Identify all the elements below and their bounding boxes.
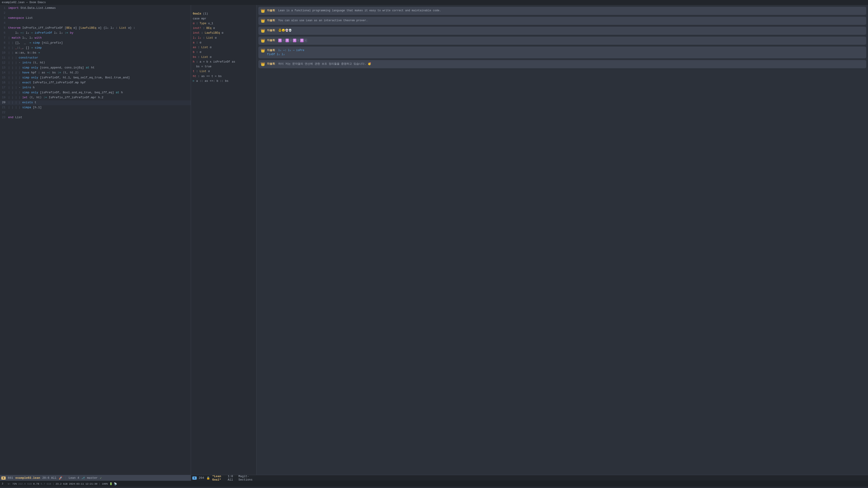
- modeline-line-count: 661: [8, 476, 13, 480]
- bottom-stats: W: 72% 222.6 GiB 0.78 5.7 GiB | 23.2 GiB…: [8, 482, 117, 485]
- chat-body-5: 차불휘 l₁ ↔: l₂ ↔ isPrefixOf l₁ l₂: [267, 48, 864, 57]
- modeline-position: 20:6 All: [42, 476, 56, 480]
- code-line-9: 9 | | _::_, [] ⇒ simp: [0, 46, 191, 51]
- goals-line-count: 204: [199, 476, 204, 480]
- goals-pane: Goals (1) case mpr α : Type u_1 inst¹ : …: [191, 5, 256, 475]
- chat-text-1: Lean is a functional programming languag…: [278, 9, 441, 12]
- modeline-filename: example02.lean: [16, 476, 40, 480]
- chat-message-5: 👑 차불휘 l₁ ↔: l₂ ↔ isPrefixOf l₁ l₂: [258, 46, 866, 58]
- modeline-goals: N 204 🔒 *Lean Goal* 1:0 All Magit-Sectio…: [191, 475, 256, 481]
- chat-text-3: 😎😠👻💀: [278, 29, 292, 32]
- chat-username-6: 차불휘: [267, 62, 275, 66]
- goals-title: Goals: [193, 12, 202, 15]
- chat-avatar-6: 👑: [260, 62, 265, 66]
- lean-version: Lean 4: [68, 476, 79, 480]
- code-line-22: 22: [0, 110, 191, 115]
- code-line-13: 13 | | | | simp only [cons_append, cons.…: [0, 66, 191, 70]
- modeline-chat: [256, 475, 868, 481]
- chat-text-6: 하이 저는 문자열의 연산에 관한 보조 정리들을 증명하고 있습니다. 🥳: [278, 62, 371, 66]
- title-text: example02.lean — Doom Emacs: [2, 1, 46, 4]
- chat-message-2: 👑 차불휘 You can also use Lean as an intera…: [258, 17, 866, 25]
- chat-avatar-4: 👑: [260, 38, 265, 43]
- chat-username-4: 차불휘: [267, 39, 275, 42]
- code-lines: 1 import Std.Data.List.Lemmas 2 3 namesp…: [0, 6, 191, 120]
- chat-avatar-1: 👑: [260, 8, 265, 13]
- chat-body-4: 차불휘 H-H-H-H-: [267, 38, 864, 42]
- code-line-11: 11 | | | constructor: [0, 56, 191, 61]
- code-line-5: 5 theorem IsPrefix_iff_isPrefixOf [BEq α…: [0, 26, 191, 31]
- lock-icon: 🔒: [206, 476, 210, 480]
- chat-text-4: H-H-H-H-: [278, 39, 308, 42]
- chat-message-4: 👑 차불휘 H-H-H-H-: [258, 37, 866, 45]
- code-line-10: 10 | | a::as, b::bs ⇒: [0, 51, 191, 56]
- code-line-12: 12 | | | · intro ⟨t, ht⟩: [0, 61, 191, 66]
- chat-username-5: 차불휘: [267, 49, 275, 52]
- chat-username-1: 차불휘: [267, 9, 275, 12]
- title-bar: example02.lean — Doom Emacs: [0, 0, 868, 5]
- chat-message-6: 👑 차불휘 하이 저는 문자열의 연산에 관한 보조 정리들을 증명하고 있습니…: [258, 60, 866, 68]
- branch-icon: ⎇: [81, 476, 85, 480]
- chat-body-1: 차불휘 Lean is a functional programming lan…: [267, 8, 864, 13]
- code-line-14: 14 | | | | have hpf : as ↔: bs := ⟨t, ht…: [0, 70, 191, 75]
- code-line-1: 1 import Std.Data.List.Lemmas: [0, 6, 191, 11]
- code-line-19: 19 | | | | let ⟨t, ht⟩ := IsPrefix_iff_i…: [0, 95, 191, 100]
- rocket-icon: 🚀: [59, 476, 62, 480]
- code-line-21: 21 | | | | simpa [h.1]: [0, 105, 191, 110]
- bottom-bar: 2 W: 72% 222.6 GiB 0.78 5.7 GiB | 23.2 G…: [0, 481, 868, 487]
- code-line-17: 17 | | | · intro h: [0, 86, 191, 90]
- goals-position: 1:0 All: [228, 475, 236, 482]
- chat-avatar-3: 👑: [260, 29, 265, 33]
- check-icon: ✓: [100, 476, 102, 480]
- chat-message-3: 👑 차불휘 😎😠👻💀: [258, 27, 866, 35]
- modeline-separator: |: [65, 476, 66, 480]
- chat-body-6: 차불휘 하이 저는 문자열의 연산에 관한 보조 정리들을 증명하고 있습니다.…: [267, 62, 864, 66]
- chat-body-3: 차불휘 😎😠👻💀: [267, 29, 864, 33]
- code-line-2: 2: [0, 11, 191, 16]
- chat-body-2: 차불휘 You can also use Lean as an interact…: [267, 19, 864, 23]
- goals-content: Goals (1) case mpr α : Type u_1 inst¹ : …: [193, 7, 254, 88]
- editor-pane[interactable]: 1 import Std.Data.List.Lemmas 2 3 namesp…: [0, 5, 191, 475]
- code-line-3: 3 namespace List: [0, 16, 191, 21]
- chat-pane: 👑 차불휘 Lean is a functional programming l…: [256, 5, 868, 475]
- chat-message-1: 👑 차불휘 Lean is a functional programming l…: [258, 7, 866, 15]
- code-line-20: 20 | | | | exists t: [0, 100, 191, 105]
- code-line-7: 7 | match l₁, l₂ with: [0, 36, 191, 41]
- code-line-4: 4: [0, 21, 191, 26]
- modeline-editor: N 661 example02.lean 20:6 All 🚀 | Lean 4…: [0, 475, 191, 481]
- code-line-23: 23 end List: [0, 115, 191, 120]
- chat-text-2: You can also use Lean as an interactive …: [278, 19, 368, 22]
- chat-username-2: 차불휘: [267, 19, 275, 22]
- code-line-8: 8 | | [], _ ⇒ simp [nil_prefix]: [0, 41, 191, 46]
- code-line-6: 6 l₁ ↔: l₂ ↔ isPrefixOf l₁ l₂ := by: [0, 31, 191, 36]
- mode-indicator-editor: N: [1, 477, 6, 480]
- mode-indicator-goals: N: [192, 477, 197, 480]
- branch-name: master: [87, 476, 98, 480]
- chat-avatar-5: 👑: [260, 48, 265, 53]
- bottom-num: 2: [2, 482, 3, 485]
- magit-sections: Magit-Sections: [239, 475, 255, 482]
- code-line-15: 15 | | | | simp only [isPrefixOf, ht.1, …: [0, 75, 191, 80]
- goals-filename: *Lean Goal*: [212, 475, 225, 482]
- code-line-16: 16 | | | | exact IsPrefix_iff_isPrefixOf…: [0, 80, 191, 86]
- chat-username-3: 차불휘: [267, 29, 275, 32]
- modelines: N 661 example02.lean 20:6 All 🚀 | Lean 4…: [0, 475, 868, 481]
- code-line-18: 18 | | | | simp only [isPrefixOf, Bool.a…: [0, 90, 191, 95]
- chat-avatar-2: 👑: [260, 19, 265, 23]
